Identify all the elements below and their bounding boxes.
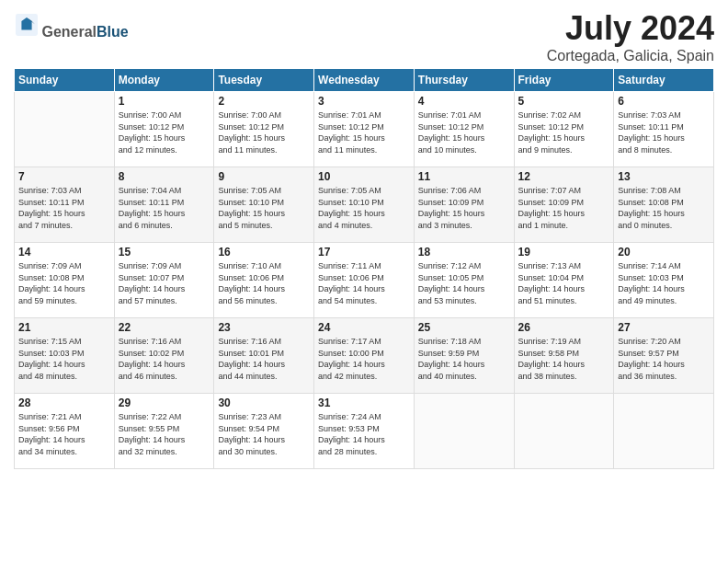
calendar-cell: 29Sunrise: 7:22 AM Sunset: 9:55 PM Dayli… (114, 394, 214, 469)
calendar-cell: 15Sunrise: 7:09 AM Sunset: 10:07 PM Dayl… (114, 243, 214, 318)
day-info: Sunrise: 7:00 AM Sunset: 10:12 PM Daylig… (218, 109, 310, 155)
day-info: Sunrise: 7:00 AM Sunset: 10:12 PM Daylig… (119, 109, 210, 155)
col-sunday: Sunday (15, 69, 115, 92)
calendar-cell: 19Sunrise: 7:13 AM Sunset: 10:04 PM Dayl… (514, 243, 614, 318)
day-number: 20 (618, 246, 710, 259)
day-number: 13 (618, 170, 710, 183)
day-info: Sunrise: 7:08 AM Sunset: 10:08 PM Daylig… (618, 185, 710, 231)
day-info: Sunrise: 7:19 AM Sunset: 9:58 PM Dayligh… (518, 336, 610, 382)
day-number: 28 (18, 396, 110, 409)
calendar-cell: 25Sunrise: 7:18 AM Sunset: 9:59 PM Dayli… (414, 318, 514, 394)
day-info: Sunrise: 7:07 AM Sunset: 10:09 PM Daylig… (518, 185, 610, 231)
day-info: Sunrise: 7:05 AM Sunset: 10:10 PM Daylig… (318, 185, 410, 231)
day-info: Sunrise: 7:06 AM Sunset: 10:09 PM Daylig… (418, 185, 510, 231)
calendar-cell: 28Sunrise: 7:21 AM Sunset: 9:56 PM Dayli… (15, 394, 115, 469)
day-number: 3 (318, 95, 410, 108)
calendar-cell (514, 394, 614, 469)
day-number: 19 (518, 246, 610, 259)
day-number: 6 (618, 95, 710, 108)
calendar-cell: 23Sunrise: 7:16 AM Sunset: 10:01 PM Dayl… (214, 318, 314, 394)
month-year: July 2024 (547, 9, 714, 48)
day-number: 5 (518, 95, 610, 108)
calendar-week-4: 21Sunrise: 7:15 AM Sunset: 10:03 PM Dayl… (15, 318, 714, 394)
day-number: 4 (418, 95, 510, 108)
day-number: 29 (119, 396, 210, 409)
day-info: Sunrise: 7:17 AM Sunset: 10:00 PM Daylig… (318, 336, 410, 382)
day-info: Sunrise: 7:03 AM Sunset: 10:11 PM Daylig… (18, 185, 110, 231)
col-friday: Friday (514, 69, 614, 92)
calendar-cell: 9Sunrise: 7:05 AM Sunset: 10:10 PM Dayli… (214, 167, 314, 243)
calendar-cell: 16Sunrise: 7:10 AM Sunset: 10:06 PM Dayl… (214, 243, 314, 318)
calendar-cell: 11Sunrise: 7:06 AM Sunset: 10:09 PM Dayl… (414, 167, 514, 243)
calendar-cell: 21Sunrise: 7:15 AM Sunset: 10:03 PM Dayl… (15, 318, 115, 394)
day-info: Sunrise: 7:16 AM Sunset: 10:01 PM Daylig… (218, 336, 310, 382)
calendar-cell: 10Sunrise: 7:05 AM Sunset: 10:10 PM Dayl… (314, 167, 415, 243)
day-info: Sunrise: 7:12 AM Sunset: 10:05 PM Daylig… (418, 260, 510, 306)
calendar-week-5: 28Sunrise: 7:21 AM Sunset: 9:56 PM Dayli… (15, 394, 714, 469)
calendar-cell: 14Sunrise: 7:09 AM Sunset: 10:08 PM Dayl… (15, 243, 115, 318)
day-info: Sunrise: 7:23 AM Sunset: 9:54 PM Dayligh… (218, 411, 310, 457)
day-number: 25 (418, 321, 510, 334)
day-number: 9 (218, 170, 310, 183)
day-number: 7 (18, 170, 110, 183)
day-info: Sunrise: 7:10 AM Sunset: 10:06 PM Daylig… (218, 260, 310, 306)
calendar-cell: 8Sunrise: 7:04 AM Sunset: 10:11 PM Dayli… (114, 167, 214, 243)
day-info: Sunrise: 7:09 AM Sunset: 10:08 PM Daylig… (18, 260, 110, 306)
title-block: July 2024 Cortegada, Galicia, Spain (547, 9, 714, 64)
day-number: 16 (218, 246, 310, 259)
calendar-cell: 2Sunrise: 7:00 AM Sunset: 10:12 PM Dayli… (214, 92, 314, 167)
day-info: Sunrise: 7:05 AM Sunset: 10:10 PM Daylig… (218, 185, 310, 231)
calendar-cell (15, 92, 115, 167)
day-number: 17 (318, 246, 410, 259)
calendar-cell (614, 394, 714, 469)
day-info: Sunrise: 7:04 AM Sunset: 10:11 PM Daylig… (119, 185, 210, 231)
calendar-cell: 1Sunrise: 7:00 AM Sunset: 10:12 PM Dayli… (114, 92, 214, 167)
calendar-cell: 24Sunrise: 7:17 AM Sunset: 10:00 PM Dayl… (314, 318, 415, 394)
day-number: 22 (119, 321, 210, 334)
day-number: 27 (618, 321, 710, 334)
header: GeneralBlue July 2024 Cortegada, Galicia… (14, 9, 714, 64)
day-number: 8 (119, 170, 210, 183)
col-monday: Monday (114, 69, 214, 92)
day-number: 15 (119, 246, 210, 259)
day-number: 31 (318, 396, 410, 409)
calendar-cell (414, 394, 514, 469)
calendar-cell: 17Sunrise: 7:11 AM Sunset: 10:06 PM Dayl… (314, 243, 415, 318)
day-info: Sunrise: 7:11 AM Sunset: 10:06 PM Daylig… (318, 260, 410, 306)
calendar-week-3: 14Sunrise: 7:09 AM Sunset: 10:08 PM Dayl… (15, 243, 714, 318)
logo: GeneralBlue (14, 14, 129, 40)
day-info: Sunrise: 7:22 AM Sunset: 9:55 PM Dayligh… (119, 411, 210, 457)
calendar-cell: 22Sunrise: 7:16 AM Sunset: 10:02 PM Dayl… (114, 318, 214, 394)
day-number: 1 (119, 95, 210, 108)
calendar-cell: 4Sunrise: 7:01 AM Sunset: 10:12 PM Dayli… (414, 92, 514, 167)
col-tuesday: Tuesday (214, 69, 314, 92)
day-info: Sunrise: 7:15 AM Sunset: 10:03 PM Daylig… (18, 336, 110, 382)
calendar-cell: 26Sunrise: 7:19 AM Sunset: 9:58 PM Dayli… (514, 318, 614, 394)
calendar-cell: 12Sunrise: 7:07 AM Sunset: 10:09 PM Dayl… (514, 167, 614, 243)
day-info: Sunrise: 7:24 AM Sunset: 9:53 PM Dayligh… (318, 411, 410, 457)
day-info: Sunrise: 7:09 AM Sunset: 10:07 PM Daylig… (119, 260, 210, 306)
logo-icon (16, 14, 38, 36)
col-wednesday: Wednesday (314, 69, 415, 92)
day-info: Sunrise: 7:01 AM Sunset: 10:12 PM Daylig… (318, 109, 410, 155)
day-number: 12 (518, 170, 610, 183)
day-number: 10 (318, 170, 410, 183)
calendar-cell: 6Sunrise: 7:03 AM Sunset: 10:11 PM Dayli… (614, 92, 714, 167)
calendar-cell: 5Sunrise: 7:02 AM Sunset: 10:12 PM Dayli… (514, 92, 614, 167)
day-info: Sunrise: 7:14 AM Sunset: 10:03 PM Daylig… (618, 260, 710, 306)
logo-general: General (41, 24, 97, 40)
day-info: Sunrise: 7:03 AM Sunset: 10:11 PM Daylig… (618, 109, 710, 155)
calendar-cell: 7Sunrise: 7:03 AM Sunset: 10:11 PM Dayli… (15, 167, 115, 243)
day-info: Sunrise: 7:16 AM Sunset: 10:02 PM Daylig… (119, 336, 210, 382)
col-saturday: Saturday (614, 69, 714, 92)
calendar-week-2: 7Sunrise: 7:03 AM Sunset: 10:11 PM Dayli… (15, 167, 714, 243)
day-number: 11 (418, 170, 510, 183)
day-number: 2 (218, 95, 310, 108)
day-number: 14 (18, 246, 110, 259)
day-number: 21 (18, 321, 110, 334)
location: Cortegada, Galicia, Spain (547, 48, 714, 64)
day-number: 24 (318, 321, 410, 334)
calendar-cell: 27Sunrise: 7:20 AM Sunset: 9:57 PM Dayli… (614, 318, 714, 394)
calendar-week-1: 1Sunrise: 7:00 AM Sunset: 10:12 PM Dayli… (15, 92, 714, 167)
day-number: 18 (418, 246, 510, 259)
